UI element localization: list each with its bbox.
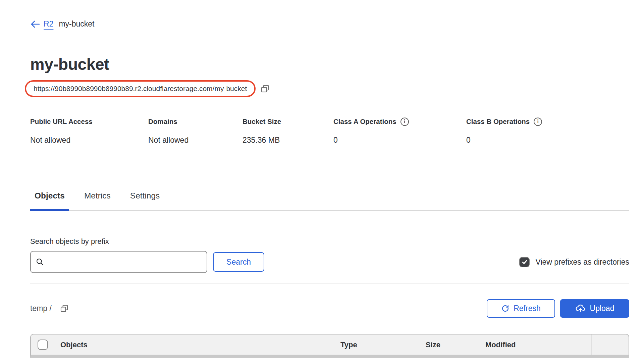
search-icon bbox=[36, 258, 44, 266]
column-header-type[interactable]: Type bbox=[340, 341, 357, 349]
breadcrumb-link-r2[interactable]: R2 bbox=[44, 19, 53, 29]
checkbox-checked-icon[interactable] bbox=[519, 257, 530, 267]
upload-button[interactable]: Upload bbox=[560, 299, 629, 318]
copy-url-icon[interactable] bbox=[260, 84, 270, 93]
page-title: my-bucket bbox=[30, 55, 629, 74]
stat-value: Not allowed bbox=[148, 135, 243, 145]
search-button[interactable]: Search bbox=[213, 252, 264, 272]
divider bbox=[30, 283, 629, 283]
column-divider bbox=[54, 334, 54, 355]
view-prefixes-label: View prefixes as directories bbox=[535, 258, 629, 267]
stat-label: Bucket Size bbox=[243, 117, 281, 126]
view-prefixes-toggle[interactable]: View prefixes as directories bbox=[519, 257, 629, 267]
bucket-stats: Public URL Access Not allowed Domains No… bbox=[30, 117, 629, 145]
tab-metrics[interactable]: Metrics bbox=[80, 191, 115, 210]
info-icon[interactable]: i bbox=[534, 118, 542, 126]
column-header-modified[interactable]: Modified bbox=[485, 341, 516, 349]
tab-objects[interactable]: Objects bbox=[30, 191, 69, 210]
path-row: temp / Refresh bbox=[30, 299, 629, 318]
info-icon[interactable]: i bbox=[400, 118, 409, 126]
column-header-size[interactable]: Size bbox=[426, 341, 440, 349]
action-buttons: Refresh Upload bbox=[487, 299, 629, 318]
stat-label: Domains bbox=[148, 117, 177, 126]
copy-path-icon[interactable] bbox=[60, 304, 69, 313]
stat-class-a-operations: Class A Operations i 0 bbox=[333, 117, 466, 145]
path-prefix: temp / bbox=[30, 304, 52, 313]
stat-label: Public URL Access bbox=[30, 117, 93, 126]
search-label: Search objects by prefix bbox=[30, 237, 629, 246]
stat-bucket-size: Bucket Size 235.36 MB bbox=[243, 117, 333, 145]
back-arrow-icon[interactable] bbox=[30, 20, 40, 29]
column-header-objects[interactable]: Objects bbox=[60, 341, 88, 349]
breadcrumb: R2 my-bucket bbox=[30, 0, 629, 29]
tab-bar: Objects Metrics Settings bbox=[30, 191, 629, 211]
stat-label: Class A Operations bbox=[333, 117, 396, 126]
stat-value: 0 bbox=[333, 135, 466, 145]
breadcrumb-current: my-bucket bbox=[59, 19, 94, 29]
search-box bbox=[30, 251, 207, 273]
stat-label: Class B Operations bbox=[466, 117, 530, 126]
stat-value: 0 bbox=[466, 135, 542, 145]
r2-bucket-page: R2 my-bucket my-bucket https://90b8990b8… bbox=[0, 0, 644, 358]
stat-class-b-operations: Class B Operations i 0 bbox=[466, 117, 542, 145]
cloud-upload-icon bbox=[575, 303, 586, 314]
refresh-button[interactable]: Refresh bbox=[487, 299, 555, 318]
stat-domains: Domains Not allowed bbox=[148, 117, 243, 145]
objects-table-header: Objects Type Size Modified bbox=[30, 334, 629, 358]
stat-value: Not allowed bbox=[30, 135, 148, 145]
column-divider bbox=[591, 334, 592, 355]
tab-settings[interactable]: Settings bbox=[126, 191, 164, 210]
search-input[interactable] bbox=[30, 251, 207, 273]
select-all-checkbox[interactable] bbox=[38, 340, 48, 350]
bucket-url-row: https://90b8990b8990b8990b89.r2.cloudfla… bbox=[30, 80, 629, 97]
refresh-icon bbox=[501, 304, 509, 313]
search-row: Search View prefixes as directories bbox=[30, 251, 629, 273]
bucket-url-annotated: https://90b8990b8990b8990b89.r2.cloudfla… bbox=[25, 80, 256, 97]
stat-value: 235.36 MB bbox=[243, 135, 333, 145]
stat-public-url-access: Public URL Access Not allowed bbox=[30, 117, 148, 145]
